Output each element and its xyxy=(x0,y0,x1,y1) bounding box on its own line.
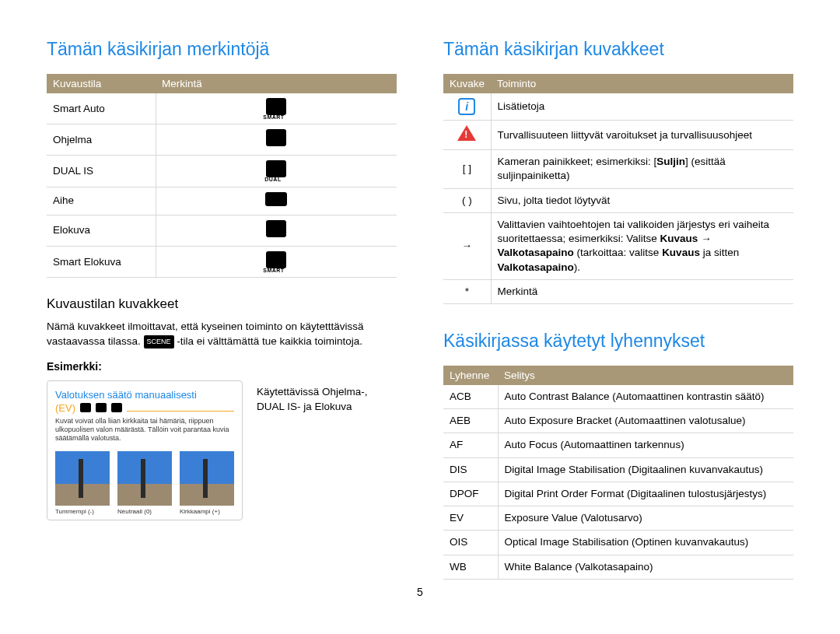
mini-dual-icon xyxy=(96,403,107,412)
camera-movie-icon xyxy=(266,220,286,237)
ev-label: (EV) xyxy=(55,402,75,414)
abbrev: AEB xyxy=(443,409,498,433)
table-row: i Lisätietoja xyxy=(443,93,793,121)
table-row: → Valittavien vaihtoehtojen tai valikoid… xyxy=(443,212,793,279)
example-box: Valotuksen säätö manuaalisesti (EV) Kuva… xyxy=(47,380,243,520)
table-row: Turvallisuuteen liittyvät varoitukset ja… xyxy=(443,121,793,150)
thumb-label: Kirkkaampi (+) xyxy=(180,508,234,515)
example-wrap: Valotuksen säätö manuaalisesti (EV) Kuva… xyxy=(47,380,397,520)
camera-program-icon xyxy=(266,129,286,146)
table-row: ( ) Sivu, jolta tiedot löytyvät xyxy=(443,188,793,212)
table-row: ACBAuto Contrast Balance (Automaattinen … xyxy=(443,385,793,409)
asterisk-icon: * xyxy=(443,279,491,303)
right-title-2: Käsikirjassa käytetyt lyhennykset xyxy=(443,331,793,352)
thumb-image-darker xyxy=(55,451,110,506)
abbrev-desc: Optical Image Stabilisation (Optinen kuv… xyxy=(498,531,793,555)
mode-label: DUAL IS xyxy=(47,156,156,187)
table-row: Ohjelma xyxy=(47,124,397,156)
abbrev-header-c1: Lyhenne xyxy=(443,366,498,385)
abbrev-header-c2: Selitys xyxy=(498,366,793,385)
text-bold: Valkotasapaino xyxy=(498,261,574,273)
abbrev: AF xyxy=(443,433,498,457)
camera-dual-icon xyxy=(266,160,286,177)
text-seg: ja sitten xyxy=(700,247,739,258)
table-row: AEBAuto Exposure Bracket (Automaattinen … xyxy=(443,409,793,433)
page-number: 5 xyxy=(47,586,793,598)
text-seg: ). xyxy=(574,261,580,273)
leader-line xyxy=(127,411,234,412)
table-row: DPOFDigital Print Order Format (Digitaal… xyxy=(443,482,793,506)
table-row: Smart Auto xyxy=(47,93,397,124)
mini-movie-icon xyxy=(111,403,122,412)
text-seg: Valittavien vaihtoehtojen tai valikoiden… xyxy=(498,219,769,244)
icon-desc: Lisätietoja xyxy=(491,93,793,121)
abbrev-desc: Digital Print Order Format (Digitaalinen… xyxy=(498,482,793,506)
abbrev-desc: Auto Exposure Bracket (Automaattinen val… xyxy=(498,409,793,433)
example-caption: Kuvat voivat olla liian kirkkaita tai hä… xyxy=(55,417,234,443)
icon-desc: Kameran painikkeet; esimerkiksi: [Suljin… xyxy=(491,150,793,188)
icons-header-c2: Toiminto xyxy=(491,74,793,93)
mini-camera-icon xyxy=(80,403,91,412)
left-title: Tämän käsikirjan merkintöjä xyxy=(47,39,397,60)
table-row: WBWhite Balance (Valkotasapaino) xyxy=(443,555,793,579)
modes-header-c1: Kuvaustila xyxy=(47,74,156,93)
paren-icon: ( ) xyxy=(443,188,491,212)
table-row: AFAuto Focus (Automaattinen tarkennus) xyxy=(443,433,793,457)
mode-label: Smart Elokuva xyxy=(47,247,156,278)
modes-header-c2: Merkintä xyxy=(156,74,397,93)
abbrev: OIS xyxy=(443,531,498,555)
thumb-item: Tummempi (-) xyxy=(55,451,110,515)
icon-desc: Valittavien vaihtoehtojen tai valikoiden… xyxy=(491,212,793,279)
thumb-item: Neutraali (0) xyxy=(117,451,172,515)
left-column: Tämän käsikirjan merkintöjä Kuvaustila M… xyxy=(47,39,397,580)
abbrev-desc: White Balance (Valkotasapaino) xyxy=(498,555,793,579)
abbrev-desc: Auto Contrast Balance (Automaattinen kon… xyxy=(498,385,793,409)
abbrev: DPOF xyxy=(443,482,498,506)
right-column: Tämän käsikirjan kuvakkeet Kuvake Toimin… xyxy=(443,39,793,580)
thumb-label: Neutraali (0) xyxy=(117,508,172,515)
icon-desc: Turvallisuuteen liittyvät varoitukset ja… xyxy=(491,121,793,150)
arrow-icon: → xyxy=(443,212,491,279)
abbrev: EV xyxy=(443,506,498,531)
abbrev-table: Lyhenne Selitys ACBAuto Contrast Balance… xyxy=(443,366,793,580)
mode-label: Smart Auto xyxy=(47,93,156,124)
thumb-image-brighter xyxy=(180,451,234,506)
table-row: EVExposure Value (Valotusarvo) xyxy=(443,506,793,531)
text-seg: (tarkoittaa: valitse xyxy=(574,247,662,258)
page: Tämän käsikirjan merkintöjä Kuvaustila M… xyxy=(47,39,793,580)
table-row: DUAL IS xyxy=(47,156,397,187)
warning-icon xyxy=(457,125,476,141)
right-title-1: Tämän käsikirjan kuvakkeet xyxy=(443,39,793,60)
abbrev: DIS xyxy=(443,457,498,482)
text-seg: Kameran painikkeet; esimerkiksi: [ xyxy=(498,156,657,167)
mode-icons-desc: Nämä kuvakkeet ilmoittavat, että kyseine… xyxy=(47,320,397,349)
abbrev-desc: Exposure Value (Valotusarvo) xyxy=(498,506,793,531)
table-row: DISDigital Image Stabilisation (Digitaal… xyxy=(443,457,793,482)
thumb-item: Kirkkaampi (+) xyxy=(180,451,234,515)
camera-smart-movie-icon xyxy=(266,251,286,268)
camera-smart-icon xyxy=(266,98,286,115)
text-seg: → xyxy=(698,233,711,244)
mode-label: Elokuva xyxy=(47,215,156,246)
table-row: Elokuva xyxy=(47,215,397,246)
icon-desc: Sivu, jolta tiedot löytyvät xyxy=(491,188,793,212)
icons-header-c1: Kuvake xyxy=(443,74,491,93)
table-row: [ ] Kameran painikkeet; esimerkiksi: [Su… xyxy=(443,150,793,188)
scene-chip-icon: SCENE xyxy=(144,335,174,349)
left-subtitle: Kuvaustilan kuvakkeet xyxy=(47,296,397,312)
text-bold: Suljin xyxy=(656,156,685,167)
thumbs-row: Tummempi (-) Neutraali (0) Kirkkaampi (+… xyxy=(55,451,234,515)
icon-desc: Merkintä xyxy=(491,279,793,303)
mode-label: Ohjelma xyxy=(47,124,156,156)
example-label: Esimerkki: xyxy=(47,360,397,373)
icons-table: Kuvake Toiminto i Lisätietoja Turvallisu… xyxy=(443,74,793,304)
info-note-icon: i xyxy=(458,98,475,115)
bracket-icon: [ ] xyxy=(443,150,491,188)
abbrev: ACB xyxy=(443,385,498,409)
table-row: Aihe xyxy=(47,187,397,215)
text-bold: Kuvaus xyxy=(662,247,700,258)
table-row: Smart Elokuva xyxy=(47,247,397,278)
table-row: OISOptical Image Stabilisation (Optinen … xyxy=(443,531,793,555)
camera-scene-icon xyxy=(265,192,287,206)
abbrev: WB xyxy=(443,555,498,579)
